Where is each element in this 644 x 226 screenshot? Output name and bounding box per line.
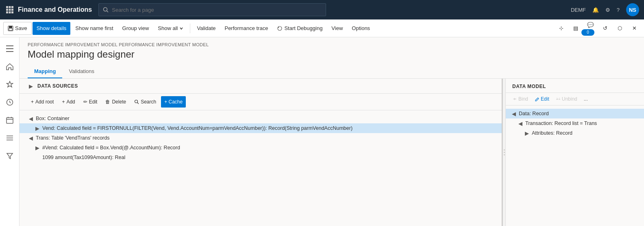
sidebar-star-icon[interactable] (2, 76, 18, 93)
search-tool-icon (134, 99, 139, 104)
data-sources-expand-icon[interactable]: ▶ (28, 83, 34, 89)
svg-line-22 (137, 103, 139, 104)
svg-rect-8 (11, 11, 13, 13)
expand-trans-icon[interactable]: ◀ (28, 135, 34, 141)
grid-menu-icon[interactable] (5, 5, 15, 15)
sidebar-toggle-button[interactable]: ▤ (569, 22, 582, 35)
resize-dot-2 (504, 152, 505, 153)
tree-item-hash-vend[interactable]: ▶ #Vend: Calculated field = Box.Vend(@.A… (20, 143, 502, 153)
resize-dots (504, 149, 505, 155)
search-input[interactable] (112, 7, 322, 13)
expand-box-icon[interactable]: ◀ (28, 115, 34, 122)
sidebar-filter-icon[interactable] (2, 148, 18, 164)
top-navigation: Finance and Operations DEMF 🔔 ⚙ ? NS (0, 0, 644, 19)
performance-trace-button[interactable]: Performance trace (220, 22, 272, 35)
nav-right-actions: DEMF 🔔 ⚙ ? NS (571, 3, 639, 16)
group-view-button[interactable]: Group view (118, 22, 153, 35)
dm-edit-button[interactable]: Edit (533, 95, 551, 103)
dm-expand-transaction-icon[interactable]: ◀ (517, 120, 524, 127)
tab-validations[interactable]: Validations (62, 65, 101, 78)
sidebar-recent-icon[interactable] (2, 94, 18, 110)
settings-icon[interactable]: ⚙ (605, 7, 610, 13)
app-name: Finance and Operations (18, 6, 92, 13)
tree-item-vend[interactable]: ▶ Vend: Calculated field = FIRSTORNULL(F… (20, 123, 502, 133)
save-button[interactable]: Save (3, 22, 32, 35)
content-area: PERFORMANCE IMPROVEMENT MODEL PERFORMANC… (20, 37, 644, 226)
breadcrumb: PERFORMANCE IMPROVEMENT MODEL PERFORMANC… (20, 37, 644, 49)
edit-button[interactable]: ✏ Edit (80, 96, 101, 108)
resize-handle[interactable] (503, 79, 506, 226)
unbind-button[interactable]: Unbind (554, 95, 579, 103)
search-button[interactable]: Search (131, 96, 159, 108)
notification-badge: 0 (581, 29, 594, 36)
svg-rect-0 (6, 6, 8, 8)
svg-point-9 (104, 8, 107, 11)
tree-item-trans[interactable]: ◀ Trans: Table 'VendTrans' records (20, 133, 502, 143)
bind-button[interactable]: Bind (511, 95, 530, 103)
dm-expand-attributes-icon[interactable]: ▶ (524, 130, 530, 136)
validate-button[interactable]: Validate (193, 22, 220, 35)
tab-mapping[interactable]: Mapping (28, 65, 62, 78)
tree-item-box[interactable]: ◀ Box: Container (20, 114, 502, 123)
data-sources-title: DATA SOURCES (37, 83, 78, 89)
dm-tree-item-transaction[interactable]: ◀ Transaction: Record list = Trans (506, 118, 644, 128)
main-layout: PERFORMANCE IMPROVEMENT MODEL PERFORMANC… (0, 37, 644, 226)
svg-line-10 (107, 11, 109, 13)
user-avatar[interactable]: NS (626, 3, 639, 16)
bookmark-icon-button[interactable]: ⊹ (555, 22, 568, 35)
svg-rect-3 (6, 9, 8, 11)
options-button[interactable]: Options (348, 22, 374, 35)
svg-rect-20 (7, 118, 13, 123)
page-title: Model mapping designer (20, 49, 644, 65)
svg-point-21 (135, 100, 138, 103)
toolbar-separator-1 (190, 24, 190, 33)
dm-expand-data-icon[interactable]: ◀ (511, 110, 517, 117)
data-sources-header: ▶ DATA SOURCES (20, 79, 502, 94)
svg-rect-12 (9, 26, 12, 28)
edit-icon (535, 97, 540, 101)
svg-point-15 (278, 26, 279, 28)
tab-bar: Mapping Validations (20, 65, 644, 79)
sidebar-list-icon[interactable] (2, 130, 18, 146)
expand-vend-icon[interactable]: ▶ (34, 125, 41, 131)
svg-rect-17 (6, 48, 13, 49)
left-sidebar (0, 37, 20, 226)
svg-rect-7 (9, 11, 11, 13)
add-button[interactable]: + Add (59, 96, 78, 108)
close-icon-button[interactable]: ✕ (628, 22, 641, 35)
more-options-button[interactable]: ... (582, 95, 590, 103)
svg-rect-16 (6, 45, 13, 46)
help-icon[interactable]: ? (617, 7, 620, 13)
search-bar[interactable] (98, 3, 326, 16)
add-root-button[interactable]: + Add root (28, 96, 57, 108)
save-icon (8, 26, 13, 31)
chevron-down-icon (179, 26, 183, 30)
data-model-header: DATA MODEL (506, 79, 644, 93)
view-button[interactable]: View (327, 22, 347, 35)
expand-hash-vend-icon[interactable]: ▶ (34, 144, 41, 151)
delete-button[interactable]: 🗑 Delete (102, 96, 129, 108)
show-all-button[interactable]: Show all (154, 22, 187, 35)
show-name-first-button[interactable]: Show name first (71, 22, 117, 35)
tree-item-tax1099[interactable]: ▶ 1099 amount(Tax1099Amount): Real (20, 153, 502, 162)
show-details-button[interactable]: Show details (33, 22, 71, 35)
start-debugging-button[interactable]: Start Debugging (273, 22, 326, 35)
dm-tree-item-attributes[interactable]: ▶ Attributes: Record (506, 128, 644, 138)
svg-rect-2 (11, 6, 13, 8)
svg-rect-4 (9, 9, 11, 11)
svg-rect-13 (9, 28, 12, 30)
sidebar-calendar-icon[interactable] (2, 112, 18, 128)
svg-rect-5 (11, 9, 13, 11)
notification-icon[interactable]: 🔔 (592, 7, 599, 13)
refresh-icon-button[interactable]: ↺ (598, 22, 611, 35)
open-new-icon-button[interactable]: ⬡ (613, 22, 626, 35)
resize-dot-1 (504, 149, 505, 151)
cache-button[interactable]: + Cache (161, 96, 186, 108)
notification-badge-container: 💬 0 (584, 19, 597, 38)
bind-icon (512, 97, 517, 101)
data-sources-tree: ◀ Box: Container ▶ Vend: Calculated fiel… (20, 110, 502, 226)
dm-tree-item-data[interactable]: ◀ Data: Record (506, 109, 644, 118)
sidebar-home-icon[interactable] (2, 58, 18, 75)
toolbar-right: ⊹ ▤ 💬 0 ↺ ⬡ ✕ (555, 19, 641, 38)
sidebar-hamburger-icon[interactable] (2, 41, 18, 57)
